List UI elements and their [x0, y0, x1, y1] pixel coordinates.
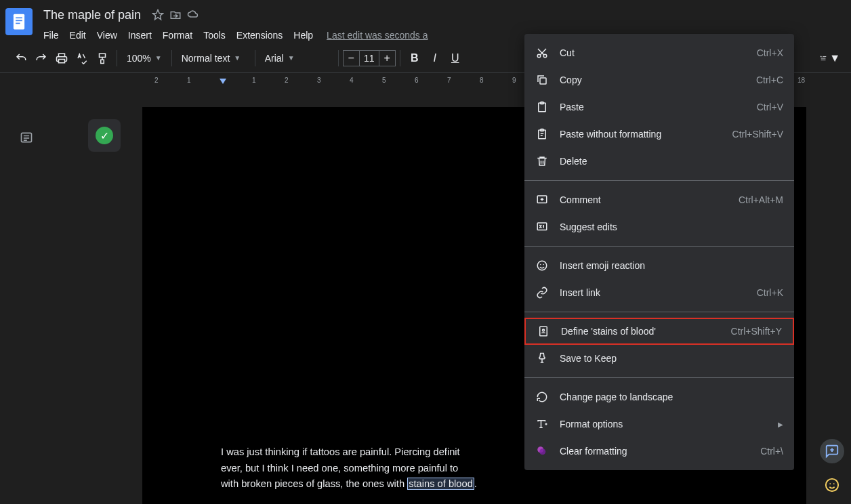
undo-button[interactable]: [11, 48, 31, 68]
delete-icon: [535, 154, 549, 168]
menu-tools[interactable]: Tools: [198, 27, 231, 43]
emoji-icon: [535, 259, 549, 272]
menu-item-shortcut: Ctrl+C: [756, 75, 783, 85]
format-icon: [535, 417, 549, 431]
indent-marker-icon[interactable]: [220, 79, 226, 84]
paste-plain-icon: [535, 127, 549, 141]
menu-separator: [524, 377, 794, 378]
svg-point-22: [829, 483, 831, 484]
menu-format[interactable]: Format: [157, 27, 198, 43]
define-icon: [537, 324, 550, 338]
menu-extensions[interactable]: Extensions: [231, 27, 288, 43]
menu-item-suggest[interactable]: Suggest edits: [524, 213, 794, 240]
move-icon[interactable]: [169, 9, 182, 21]
keep-icon: [535, 352, 549, 365]
menu-item-define[interactable]: Define 'stains of blood'Ctrl+Shift+Y: [524, 318, 794, 345]
menu-item-delete[interactable]: Delete: [524, 148, 794, 175]
menu-item-format[interactable]: Format options▶: [524, 411, 794, 438]
menu-item-label: Insert emoji reaction: [560, 260, 783, 271]
check-icon: ✓: [96, 127, 113, 144]
menu-insert[interactable]: Insert: [123, 27, 157, 43]
menu-item-paste[interactable]: PasteCtrl+V: [524, 93, 794, 121]
svg-rect-2: [16, 20, 22, 22]
spellcheck-button[interactable]: [72, 48, 92, 68]
paste-icon: [535, 100, 549, 114]
zoom-select[interactable]: 100%▼: [121, 50, 167, 66]
menu-item-shortcut: Ctrl+K: [757, 287, 783, 298]
menu-item-label: Insert link: [560, 287, 757, 298]
svg-rect-7: [540, 78, 546, 84]
separator: [171, 50, 172, 66]
redo-button[interactable]: [31, 48, 51, 68]
svg-point-14: [537, 261, 547, 270]
last-edit-link[interactable]: Last edit was seconds a: [327, 30, 428, 41]
paragraph-style-select[interactable]: Normal text▼: [176, 50, 251, 66]
clear-icon: [535, 444, 549, 458]
menu-item-paste-plain[interactable]: Paste without formattingCtrl+Shift+V: [524, 121, 794, 148]
docs-logo-icon[interactable]: [5, 8, 33, 35]
suggestion-accepted-badge[interactable]: ✓: [88, 119, 121, 152]
menu-item-label: Copy: [560, 75, 756, 85]
menu-item-shortcut: Ctrl+Shift+Y: [731, 326, 782, 337]
decrease-font-button[interactable]: −: [343, 50, 359, 66]
menu-item-label: Suggest edits: [560, 222, 783, 232]
menu-item-rotate[interactable]: Change page to landscape: [524, 383, 794, 411]
copy-icon: [535, 73, 549, 87]
star-icon[interactable]: [152, 9, 164, 21]
menu-help[interactable]: Help: [288, 27, 318, 43]
menu-item-cut[interactable]: CutCtrl+X: [524, 39, 794, 66]
menu-item-shortcut: Ctrl+\: [760, 446, 783, 457]
cloud-status-icon[interactable]: [187, 9, 199, 21]
menu-view[interactable]: View: [91, 27, 123, 43]
italic-button[interactable]: I: [425, 48, 445, 68]
increase-font-button[interactable]: +: [379, 50, 396, 66]
print-button[interactable]: [51, 48, 72, 68]
menu-separator: [524, 180, 794, 181]
svg-point-15: [540, 264, 541, 266]
menu-item-label: Save to Keep: [560, 353, 783, 364]
svg-point-21: [826, 479, 838, 491]
paint-format-button[interactable]: [92, 48, 112, 68]
menu-separator: [524, 312, 794, 312]
separator: [400, 50, 400, 66]
emoji-reaction-button[interactable]: [820, 473, 844, 497]
bold-button[interactable]: B: [404, 48, 425, 68]
menu-item-keep[interactable]: Save to Keep: [524, 345, 794, 372]
menu-item-label: Paste: [560, 102, 757, 112]
context-menu: CutCtrl+XCopyCtrl+CPasteCtrl+VPaste with…: [524, 34, 794, 470]
svg-rect-1: [16, 18, 22, 19]
menu-item-shortcut: Ctrl+V: [757, 102, 783, 112]
menu-item-label: Paste without formatting: [560, 129, 732, 140]
svg-rect-0: [14, 14, 24, 30]
menu-edit[interactable]: Edit: [64, 27, 91, 43]
menu-item-comment[interactable]: CommentCtrl+Alt+M: [524, 186, 794, 213]
svg-point-23: [833, 483, 835, 484]
menu-item-label: Cut: [560, 47, 757, 58]
menu-item-label: Change page to landscape: [560, 392, 783, 402]
font-select[interactable]: Arial▼: [260, 50, 334, 66]
svg-rect-13: [537, 223, 547, 230]
menu-item-link[interactable]: Insert linkCtrl+K: [524, 279, 794, 306]
selected-text[interactable]: stains of blood: [407, 478, 474, 490]
comment-icon: [535, 193, 549, 207]
underline-button[interactable]: U: [445, 48, 465, 68]
menu-item-emoji[interactable]: Insert emoji reaction: [524, 252, 794, 279]
suggest-icon: [535, 220, 549, 234]
document-title[interactable]: The maple of pain: [38, 7, 146, 24]
menu-item-label: Delete: [560, 156, 783, 167]
menu-separator: [524, 246, 794, 247]
menu-item-copy[interactable]: CopyCtrl+C: [524, 66, 794, 93]
menu-item-shortcut: Ctrl+Shift+V: [732, 129, 783, 140]
editing-mode-button[interactable]: ▼: [820, 48, 840, 68]
separator: [117, 50, 117, 66]
cut-icon: [535, 46, 549, 60]
font-size-input[interactable]: [359, 50, 379, 66]
svg-point-6: [543, 54, 547, 58]
outline-toggle-button[interactable]: [16, 127, 37, 148]
svg-point-18: [543, 329, 545, 331]
menu-item-clear[interactable]: Clear formattingCtrl+\: [524, 438, 794, 465]
menu-file[interactable]: File: [38, 27, 64, 43]
separator: [255, 50, 255, 66]
add-comment-button[interactable]: [820, 439, 844, 463]
menu-item-shortcut: Ctrl+Alt+M: [739, 194, 783, 205]
